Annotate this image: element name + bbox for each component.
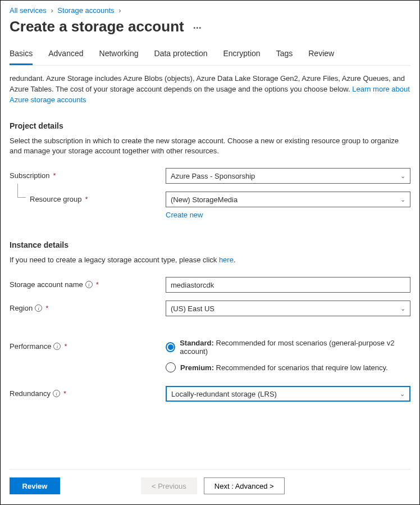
performance-label: Performance i * <box>10 339 166 351</box>
legacy-here-link[interactable]: here <box>219 256 234 264</box>
tab-review[interactable]: Review <box>308 49 334 65</box>
instance-details-desc: If you need to create a legacy storage a… <box>10 255 410 266</box>
storage-account-name-label: Storage account name i * <box>10 277 166 289</box>
info-icon[interactable]: i <box>53 390 60 397</box>
performance-premium-text: Premium: Recommended for scenarios that … <box>180 363 388 372</box>
chevron-down-icon: ⌄ <box>400 172 405 180</box>
storage-account-name-input[interactable] <box>166 277 410 293</box>
performance-premium-radio[interactable] <box>166 362 176 372</box>
chevron-right-icon: › <box>51 6 53 15</box>
tab-advanced[interactable]: Advanced <box>48 49 83 65</box>
resource-group-label: Resource group* <box>10 192 166 203</box>
performance-standard-radio[interactable] <box>166 342 175 352</box>
performance-standard-text: Standard: Recommended for most scenarios… <box>180 339 410 356</box>
region-label: Region i * <box>10 301 166 312</box>
redundancy-label: Redundancy i * <box>10 386 166 398</box>
more-actions-button[interactable]: ··· <box>193 21 202 33</box>
chevron-down-icon: ⌄ <box>400 390 405 398</box>
resource-group-select[interactable]: (New) StorageMedia ⌄ <box>166 192 410 207</box>
tab-basics[interactable]: Basics <box>10 49 33 65</box>
project-details-desc: Select the subscription in which to crea… <box>10 136 410 157</box>
footer: Review < Previous Next : Advanced > <box>10 469 410 504</box>
review-button[interactable]: Review <box>10 477 60 494</box>
info-icon[interactable]: i <box>35 304 42 312</box>
tab-data-protection[interactable]: Data protection <box>154 49 208 65</box>
tabs: Basics Advanced Networking Data protecti… <box>10 49 410 66</box>
chevron-down-icon: ⌄ <box>400 305 405 312</box>
subscription-select[interactable]: Azure Pass - Sponsorship ⌄ <box>166 168 410 184</box>
chevron-down-icon: ⌄ <box>400 196 405 203</box>
next-button[interactable]: Next : Advanced > <box>204 477 285 494</box>
breadcrumb-storage-accounts[interactable]: Storage accounts <box>57 6 114 15</box>
instance-details-heading: Instance details <box>10 240 410 249</box>
chevron-right-icon: › <box>118 6 121 15</box>
info-icon[interactable]: i <box>85 281 93 288</box>
intro-text: redundant. Azure Storage includes Azure … <box>10 74 410 106</box>
project-details-heading: Project details <box>10 121 410 130</box>
info-icon[interactable]: i <box>53 343 61 350</box>
previous-button: < Previous <box>141 477 197 494</box>
page-title: Create a storage account ··· <box>10 18 410 35</box>
region-select[interactable]: (US) East US ⌄ <box>166 301 410 316</box>
tab-networking[interactable]: Networking <box>99 49 139 65</box>
create-new-rg-link[interactable]: Create new <box>166 211 203 219</box>
tab-encryption[interactable]: Encryption <box>223 49 261 65</box>
tab-tags[interactable]: Tags <box>276 49 293 65</box>
redundancy-select[interactable]: Locally-redundant storage (LRS) ⌄ <box>166 386 410 402</box>
breadcrumb-all-services[interactable]: All services <box>10 6 47 15</box>
breadcrumb: All services › Storage accounts › <box>10 6 410 15</box>
subscription-label: Subscription* <box>10 168 166 180</box>
